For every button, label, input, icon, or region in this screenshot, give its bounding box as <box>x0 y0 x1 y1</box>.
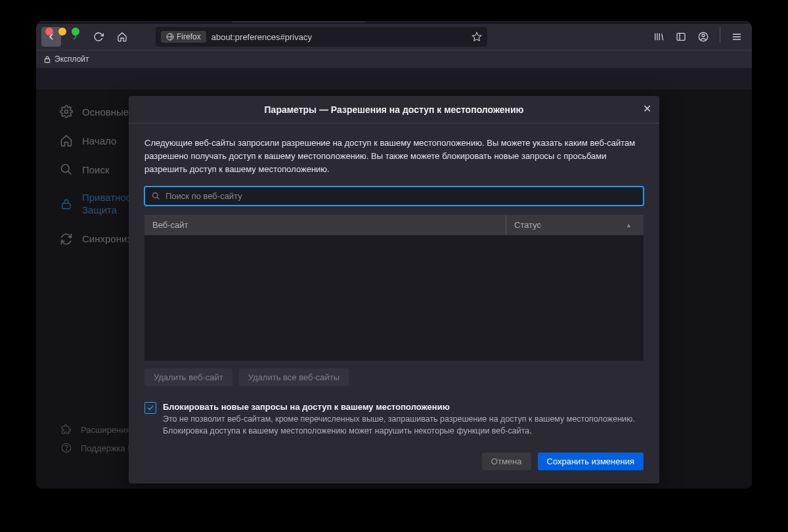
bookmark-item[interactable]: Эксплойт <box>55 55 89 64</box>
library-button[interactable] <box>649 27 668 47</box>
column-header-status[interactable]: Статус ▲ <box>506 215 644 235</box>
column-header-site[interactable]: Веб-сайт <box>144 220 506 230</box>
url-bar[interactable]: Firefox about:preferences#privacy <box>156 27 487 47</box>
save-button[interactable]: Сохранить изменения <box>538 453 644 470</box>
sidebar-button[interactable] <box>671 27 691 47</box>
reload-button[interactable] <box>89 27 108 47</box>
bookmarks-toolbar: Эксплойт <box>36 50 752 68</box>
lock-icon <box>44 56 51 63</box>
block-new-requests-checkbox[interactable] <box>144 402 156 414</box>
svg-marker-3 <box>472 32 481 41</box>
dialog-description: Следующие веб-сайты запросили разрешение… <box>144 137 644 176</box>
window-minimize-button[interactable] <box>58 28 66 35</box>
permissions-table-header: Веб-сайт Статус ▲ <box>144 215 644 236</box>
window-zoom-button[interactable] <box>72 28 79 35</box>
block-new-requests-label: Блокировать новые запросы на доступ к ва… <box>163 402 644 412</box>
window-close-button[interactable] <box>45 28 53 35</box>
url-text: about:preferences#privacy <box>211 32 466 42</box>
permissions-dialog: Параметры — Разрешения на доступ к место… <box>129 96 659 483</box>
identity-label: Firefox <box>177 32 201 41</box>
browser-window: Эксплойт ✕ Настройки ✕ + Firefox <box>36 21 752 489</box>
dialog-title: Параметры — Разрешения на доступ к место… <box>265 104 524 115</box>
search-icon <box>152 192 160 200</box>
search-box[interactable] <box>144 187 644 206</box>
bookmark-star-icon[interactable] <box>471 32 482 42</box>
permissions-table-body <box>144 236 644 361</box>
remove-all-sites-button[interactable]: Удалить все веб-сайты <box>239 368 349 386</box>
svg-rect-7 <box>45 58 49 62</box>
dialog-header: Параметры — Разрешения на доступ к место… <box>129 96 659 123</box>
svg-point-6 <box>702 34 705 37</box>
identity-box[interactable]: Firefox <box>161 31 206 43</box>
search-input[interactable] <box>165 191 636 201</box>
app-menu-button[interactable] <box>727 27 747 47</box>
dialog-close-button[interactable]: ✕ <box>643 102 651 115</box>
tab-settings[interactable]: Настройки ✕ <box>233 21 364 23</box>
new-tab-button[interactable]: + <box>364 21 388 23</box>
cancel-button[interactable]: Отмена <box>482 453 531 470</box>
dialog-scrim: Параметры — Разрешения на доступ к место… <box>36 89 752 489</box>
remove-site-button[interactable]: Удалить веб-сайт <box>144 368 232 386</box>
block-new-requests-description: Это не позволит веб-сайтам, кроме перечи… <box>163 414 644 437</box>
tab-exploit[interactable]: Эксплойт ✕ <box>102 21 233 23</box>
account-button[interactable] <box>693 27 713 47</box>
home-button[interactable] <box>112 27 132 47</box>
svg-rect-4 <box>677 33 685 41</box>
toolbar-divider <box>720 27 720 43</box>
sort-caret-icon: ▲ <box>626 222 632 229</box>
svg-point-13 <box>153 193 158 198</box>
navigation-toolbar: Firefox about:preferences#privacy <box>36 24 752 50</box>
